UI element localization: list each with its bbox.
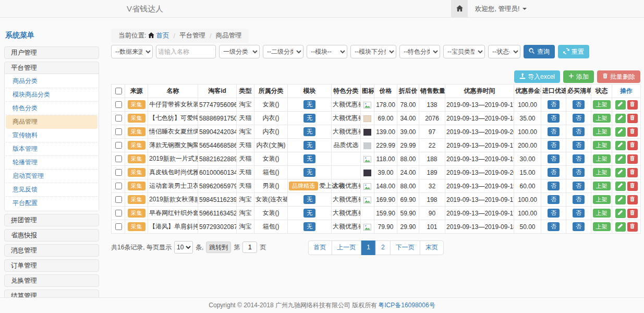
import-excel-button[interactable]: 导入excel bbox=[514, 70, 560, 83]
cell-select[interactable] bbox=[112, 98, 125, 112]
module-badge[interactable]: 无 bbox=[303, 222, 315, 231]
cell-ops[interactable] bbox=[612, 98, 641, 112]
module-badge[interactable]: 无 bbox=[303, 195, 315, 204]
delete-button[interactable] bbox=[627, 154, 638, 164]
delete-button[interactable] bbox=[627, 209, 638, 218]
row-checkbox[interactable] bbox=[115, 196, 122, 203]
module-badge[interactable]: 品牌精选 bbox=[289, 182, 318, 190]
status-badge[interactable]: 上架 bbox=[593, 114, 611, 123]
cell-imported[interactable]: 否 bbox=[541, 139, 566, 152]
sidebar-item-carousel[interactable]: 轮播管理 bbox=[6, 156, 98, 170]
must-buy-toggle-badge[interactable]: 否 bbox=[573, 114, 585, 123]
edit-button[interactable] bbox=[615, 114, 626, 123]
page-number-input[interactable] bbox=[242, 242, 257, 253]
cell-imported[interactable]: 否 bbox=[541, 112, 566, 125]
status-badge[interactable]: 上架 bbox=[593, 141, 611, 150]
search-button[interactable]: 查询 bbox=[524, 45, 555, 58]
module-badge[interactable]: 无 bbox=[303, 114, 315, 123]
cell-must-buy[interactable]: 否 bbox=[566, 139, 591, 152]
pager-2[interactable]: 2 bbox=[375, 240, 391, 255]
status-badge[interactable]: 上架 bbox=[593, 100, 611, 109]
row-checkbox[interactable] bbox=[115, 169, 122, 176]
pager-last[interactable]: 末页 bbox=[420, 240, 444, 255]
imported-toggle-badge[interactable]: 否 bbox=[548, 114, 560, 123]
cell-must-buy[interactable]: 否 bbox=[566, 207, 591, 220]
sidebar-item-goods-category[interactable]: 商品分类 bbox=[6, 75, 98, 88]
cell-must-buy[interactable]: 否 bbox=[566, 125, 591, 139]
must-buy-toggle-badge[interactable]: 否 bbox=[573, 209, 585, 218]
edit-button[interactable] bbox=[615, 168, 626, 177]
cell-status[interactable]: 上架 bbox=[591, 193, 612, 207]
add-button[interactable]: 添加 bbox=[563, 70, 594, 83]
cell-select[interactable] bbox=[112, 112, 125, 125]
edit-button[interactable] bbox=[615, 209, 626, 218]
imported-toggle-badge[interactable]: 否 bbox=[548, 222, 560, 231]
pager-first[interactable]: 首页 bbox=[308, 240, 332, 255]
cell-status[interactable]: 上架 bbox=[591, 139, 612, 152]
module-sub-category-select[interactable]: --模块下分类-- bbox=[350, 45, 396, 58]
must-buy-toggle-badge[interactable]: 否 bbox=[573, 195, 585, 204]
row-checkbox[interactable] bbox=[115, 210, 122, 216]
sidebar-item-splash-page[interactable]: 启动页管理 bbox=[6, 170, 98, 183]
row-checkbox[interactable] bbox=[115, 183, 122, 189]
cell-ops[interactable] bbox=[612, 112, 641, 125]
imported-toggle-badge[interactable]: 否 bbox=[548, 127, 560, 136]
imported-toggle-badge[interactable]: 否 bbox=[548, 100, 560, 109]
home-button[interactable] bbox=[451, 0, 468, 18]
row-checkbox[interactable] bbox=[115, 223, 122, 230]
sidebar-item-platform-config[interactable]: 平台配置 bbox=[6, 197, 98, 210]
data-source-select[interactable]: --数据来源-- bbox=[111, 45, 153, 58]
cell-select[interactable] bbox=[112, 193, 125, 207]
module-badge[interactable]: 无 bbox=[303, 141, 315, 150]
icp-link[interactable]: 粤ICP备16098006号 bbox=[378, 301, 435, 310]
cell-select[interactable] bbox=[112, 125, 125, 139]
cell-must-buy[interactable]: 否 bbox=[566, 98, 591, 112]
edit-button[interactable] bbox=[615, 222, 626, 232]
user-menu[interactable]: 欢迎您, 管理员! bbox=[475, 5, 527, 14]
imported-toggle-badge[interactable]: 否 bbox=[548, 209, 560, 218]
module-badge[interactable]: 无 bbox=[303, 100, 315, 109]
cell-select[interactable] bbox=[112, 152, 125, 166]
cell-status[interactable]: 上架 bbox=[591, 220, 612, 234]
cell-status[interactable]: 上架 bbox=[591, 98, 612, 112]
edit-button[interactable] bbox=[615, 127, 626, 137]
cell-imported[interactable]: 否 bbox=[541, 220, 566, 234]
sidebar-item-feedback[interactable]: 意见反馈 bbox=[6, 183, 98, 197]
sidebar-item-module-goods-category[interactable]: 模块商品分类 bbox=[6, 88, 98, 102]
delete-button[interactable] bbox=[627, 168, 638, 177]
cell-imported[interactable]: 否 bbox=[541, 179, 566, 193]
sidebar-section-savings-express[interactable]: 省惠快报 bbox=[5, 230, 99, 241]
status-badge[interactable]: 上架 bbox=[593, 168, 611, 177]
module-select[interactable]: --模块-- bbox=[307, 45, 347, 58]
row-checkbox[interactable] bbox=[115, 115, 122, 122]
cell-ops[interactable] bbox=[612, 166, 641, 179]
status-badge[interactable]: 上架 bbox=[593, 195, 611, 204]
edit-button[interactable] bbox=[615, 141, 626, 150]
col-header-select[interactable] bbox=[112, 85, 125, 98]
cell-must-buy[interactable]: 否 bbox=[566, 179, 591, 193]
row-checkbox[interactable] bbox=[115, 142, 122, 149]
must-buy-toggle-badge[interactable]: 否 bbox=[573, 182, 585, 190]
must-buy-toggle-badge[interactable]: 否 bbox=[573, 100, 585, 109]
cell-select[interactable] bbox=[112, 220, 125, 234]
delete-button[interactable] bbox=[627, 114, 638, 123]
cell-status[interactable]: 上架 bbox=[591, 112, 612, 125]
must-buy-toggle-badge[interactable]: 否 bbox=[573, 141, 585, 150]
sidebar-section-messages[interactable]: 消息管理 bbox=[5, 245, 99, 256]
status-select[interactable]: --状态-- bbox=[488, 45, 520, 58]
must-buy-toggle-badge[interactable]: 否 bbox=[573, 222, 585, 231]
module-badge[interactable]: 无 bbox=[303, 209, 315, 218]
cell-imported[interactable]: 否 bbox=[541, 125, 566, 139]
level1-category-select[interactable]: 一级分类 bbox=[219, 45, 260, 58]
row-checkbox[interactable] bbox=[115, 101, 122, 108]
edit-button[interactable] bbox=[615, 100, 626, 110]
delete-button[interactable] bbox=[627, 195, 638, 204]
cell-status[interactable]: 上架 bbox=[591, 179, 612, 193]
status-badge[interactable]: 上架 bbox=[593, 182, 611, 190]
sidebar-section-exchange[interactable]: 兑换管理 bbox=[5, 275, 99, 286]
module-badge[interactable]: 无 bbox=[303, 168, 315, 177]
cell-status[interactable]: 上架 bbox=[591, 152, 612, 166]
reset-button[interactable]: 重置 bbox=[558, 45, 589, 58]
cell-select[interactable] bbox=[112, 207, 125, 220]
module-badge[interactable]: 无 bbox=[303, 127, 315, 136]
